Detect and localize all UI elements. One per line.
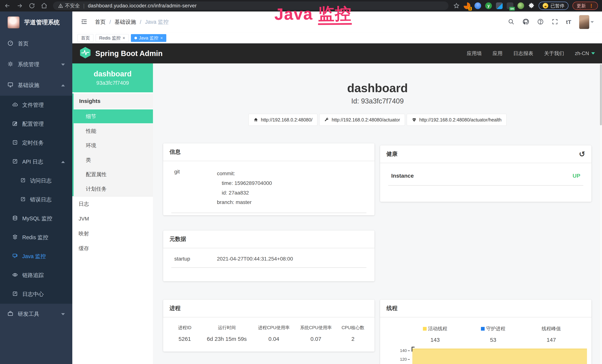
bookmark-star-icon[interactable]	[453, 3, 460, 9]
extension-orange-icon[interactable]: 1	[464, 2, 470, 9]
insights-section-label[interactable]: Insights	[74, 94, 153, 109]
info-value: commit: time: 1596289704000 id: 27aa832 …	[217, 169, 272, 207]
sidebar-item-java-monitor[interactable]: Java 监控	[0, 247, 72, 266]
sidebar-item-log-center[interactable]: 日志中心	[0, 285, 72, 304]
address-bar[interactable]: 不安全 | dashboard.yudao.iocoder.cn/infra/a…	[53, 1, 449, 10]
warning-triangle-icon	[58, 3, 63, 8]
extensions-puzzle-icon[interactable]	[528, 3, 535, 9]
threads-card: 线程 活动线程 守护进程 线程峰值	[380, 300, 591, 364]
process-col-proc-cpu: 进程CPU使用率	[253, 325, 295, 331]
sba-item-logs[interactable]: 日志	[72, 197, 153, 211]
sba-nav-about[interactable]: 关于我们	[544, 50, 564, 57]
history-icon[interactable]: ↺	[579, 150, 585, 158]
legend-blue-swatch	[481, 327, 485, 331]
user-menu[interactable]	[579, 15, 594, 29]
wrench-icon	[324, 117, 329, 122]
legend-daemon-value: 53	[464, 337, 522, 343]
legend-live-value: 143	[406, 337, 464, 343]
sba-brand[interactable]: Spring Boot Admin	[79, 47, 163, 60]
tab-java-monitor[interactable]: Java 监控 ×	[131, 34, 166, 42]
profile-paused-pill[interactable]: 已暂停	[538, 2, 569, 10]
sba-item-scheduled-tasks[interactable]: 计划任务	[74, 182, 153, 196]
scrollbar-thumb[interactable]	[600, 64, 602, 125]
update-button[interactable]: 更新 ⋮	[572, 2, 598, 10]
process-val-pid: 5261	[169, 336, 201, 342]
sba-item-mappings[interactable]: 映射	[72, 226, 153, 241]
sidebar-item-system[interactable]: 系统管理	[0, 54, 72, 75]
content-scrollbar[interactable]	[599, 64, 602, 364]
sba-item-environment[interactable]: 环境	[74, 138, 153, 153]
sba-item-metrics[interactable]: 性能	[74, 124, 153, 138]
sba-item-caches[interactable]: 缓存	[72, 241, 153, 256]
health-card: 健康 ↺ Instance UP	[380, 145, 591, 202]
sidebar-item-redis[interactable]: Redis 监控	[0, 228, 72, 247]
forward-icon[interactable]	[16, 2, 23, 9]
actuator-url-button[interactable]: http://192.168.0.2:48080/actuator	[319, 114, 405, 126]
paused-label: 已暂停	[550, 3, 564, 9]
threads-chart-y-axis: 140 120 100	[388, 348, 412, 364]
sba-nav-wallboard[interactable]: 应用墙	[467, 50, 482, 57]
sidebar-item-tracing[interactable]: 链路追踪	[0, 266, 72, 285]
tab-home[interactable]: 首页	[77, 34, 93, 42]
sidebar-item-files[interactable]: 文件管理	[0, 96, 72, 115]
sidebar-item-access-log[interactable]: 访问日志	[0, 171, 72, 190]
sba-item-jvm[interactable]: JVM	[72, 211, 153, 226]
sidebar-item-jobs[interactable]: 定时任务	[0, 134, 72, 152]
extension-leaf-icon[interactable]	[517, 2, 524, 9]
live-threads-area-series	[412, 349, 587, 364]
sba-item-config-props[interactable]: 配置属性	[74, 167, 153, 182]
chevron-up-icon	[61, 84, 65, 86]
sba-item-details[interactable]: 细节	[74, 109, 153, 124]
font-size-icon[interactable]: tT	[566, 19, 571, 25]
sidebar-item-api-log[interactable]: API 日志	[0, 152, 72, 171]
close-tab-icon[interactable]: ×	[123, 36, 125, 40]
cloud-upload-icon	[12, 102, 18, 109]
browser-menu-icon[interactable]: ⋮	[589, 3, 594, 9]
service-url-button[interactable]: http://192.168.0.2:48080/	[248, 114, 317, 126]
breadcrumb-infra[interactable]: 基础设施	[115, 18, 136, 26]
sba-instance-header[interactable]: dashboard 93a3fc7f7409	[72, 64, 153, 92]
home-icon[interactable]	[41, 2, 47, 9]
extension-grid-icon[interactable]	[496, 2, 503, 9]
github-icon[interactable]	[522, 18, 529, 26]
page-instance-id: Id: 93a3fc7f7409	[153, 97, 602, 105]
sba-main-panel: dashboard Id: 93a3fc7f7409 http://192.16…	[153, 64, 602, 364]
help-icon[interactable]	[537, 18, 544, 26]
process-col-cpus: CPU核心数	[337, 325, 369, 331]
page-url[interactable]: dashboard.yudao.iocoder.cn/infra/admin-s…	[88, 3, 197, 9]
sidebar-item-home[interactable]: 首页	[0, 33, 72, 54]
chevron-up-icon	[61, 161, 65, 163]
extension-switch-icon[interactable]: on	[507, 2, 513, 9]
legend-daemon-threads: 守护进程	[464, 325, 522, 332]
security-warning[interactable]: 不安全	[58, 2, 80, 9]
reload-icon[interactable]	[29, 2, 35, 9]
fullscreen-icon[interactable]	[552, 18, 558, 26]
sidebar-item-infra[interactable]: 基础设施	[0, 75, 72, 96]
sba-header: Spring Boot Admin 应用墙 应用 日志报表 关于我们 zh-CN	[72, 43, 602, 64]
sba-locale-select[interactable]: zh-CN	[575, 51, 595, 56]
extension-on-badge: on	[509, 7, 515, 11]
search-icon[interactable]	[508, 18, 515, 26]
app-logo-row[interactable]: 芋道管理系统	[0, 11, 72, 33]
sidebar-item-config[interactable]: 配置管理	[0, 115, 72, 134]
chevron-down-icon	[591, 52, 595, 54]
sba-nav-applications[interactable]: 应用	[493, 50, 502, 57]
health-instance-label[interactable]: Instance	[391, 173, 414, 179]
sba-nav-journal[interactable]: 日志报表	[513, 50, 533, 57]
close-tab-icon[interactable]: ×	[160, 36, 163, 40]
info-key: git	[174, 169, 217, 207]
health-url-button[interactable]: http://192.168.0.2:48080/actuator/health	[407, 114, 506, 126]
extension-y-icon[interactable]: y	[485, 2, 492, 9]
sba-hexagon-logo-icon	[79, 47, 91, 60]
extension-pin-icon[interactable]	[474, 2, 481, 9]
sidebar-item-mysql[interactable]: MySQL 监控	[0, 209, 72, 228]
sidebar-item-error-log[interactable]: 错误日志	[0, 190, 72, 209]
sidebar-collapse-icon[interactable]	[80, 18, 88, 26]
tab-redis-monitor[interactable]: Redis 监控 ×	[96, 34, 129, 42]
chevron-down-icon	[61, 313, 65, 315]
sidebar-item-devtools[interactable]: 研发工具	[0, 304, 72, 324]
breadcrumb-home[interactable]: 首页	[95, 18, 106, 26]
sba-item-classes[interactable]: 类	[74, 153, 153, 167]
redis-icon	[12, 234, 18, 241]
back-icon[interactable]	[4, 2, 11, 9]
